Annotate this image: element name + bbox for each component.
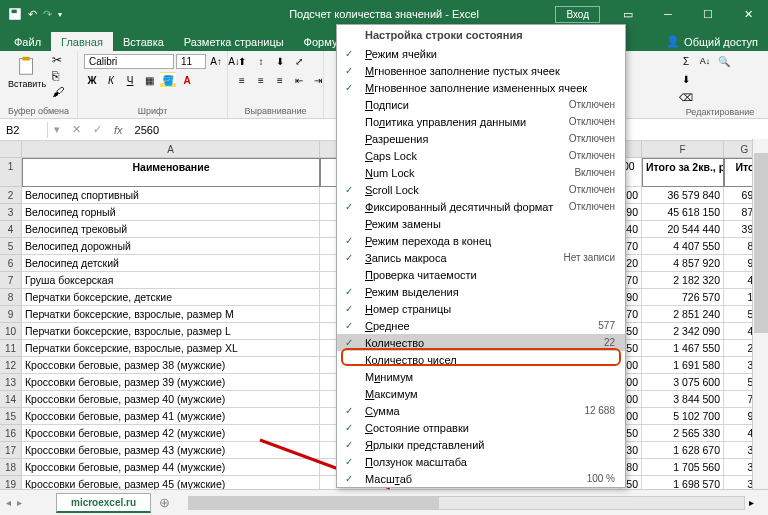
autosum-icon[interactable]: Σ bbox=[678, 53, 694, 69]
add-sheet-button[interactable]: ⊕ bbox=[151, 495, 178, 510]
row-header[interactable]: 11 bbox=[0, 340, 21, 357]
cell[interactable]: Велосипед детский bbox=[22, 255, 320, 272]
context-menu-item[interactable]: Максимум bbox=[337, 385, 625, 402]
cell[interactable]: Кроссовки беговые, размер 40 (мужские) bbox=[22, 391, 320, 408]
cut-icon[interactable]: ✂ bbox=[52, 53, 64, 67]
qat-more-icon[interactable]: ▾ bbox=[58, 10, 62, 19]
header-cell[interactable]: Итого за 2кв., руб. bbox=[642, 158, 724, 187]
row-header[interactable]: 4 bbox=[0, 221, 21, 238]
row-header[interactable]: 14 bbox=[0, 391, 21, 408]
cell[interactable]: 2 851 240 bbox=[642, 306, 724, 323]
context-menu-item[interactable]: Разрешения Отключен bbox=[337, 130, 625, 147]
context-menu-item[interactable]: ✓ Scroll Lock Отключен bbox=[337, 181, 625, 198]
sort-asc-icon[interactable]: A↓ bbox=[697, 53, 713, 69]
context-menu-item[interactable]: ✓ Количество 22 bbox=[337, 334, 625, 351]
tab-next-icon[interactable]: ▸ bbox=[17, 497, 22, 508]
cell[interactable]: 3 075 600 bbox=[642, 374, 724, 391]
cell[interactable]: 2 342 090 bbox=[642, 323, 724, 340]
tab-insert[interactable]: Вставка bbox=[113, 32, 174, 51]
cell[interactable]: Перчатки боксерские, взрослые, размер L bbox=[22, 323, 320, 340]
cell[interactable]: Велосипед горный bbox=[22, 204, 320, 221]
align-left-icon[interactable]: ≡ bbox=[234, 72, 250, 88]
cell[interactable]: Перчатки боксерские, взрослые, размер XL bbox=[22, 340, 320, 357]
redo-icon[interactable]: ↷ bbox=[43, 8, 52, 21]
cell[interactable]: 1 691 580 bbox=[642, 357, 724, 374]
share-button[interactable]: 👤Общий доступ bbox=[656, 32, 768, 51]
minimize-button[interactable]: ─ bbox=[648, 0, 688, 28]
cancel-formula-icon[interactable]: ✕ bbox=[66, 119, 87, 140]
underline-button[interactable]: Ч bbox=[122, 72, 138, 88]
cell[interactable]: Груша боксерская bbox=[22, 272, 320, 289]
maximize-button[interactable]: ☐ bbox=[688, 0, 728, 28]
indent-dec-icon[interactable]: ⇤ bbox=[291, 72, 307, 88]
context-menu-item[interactable]: ✓ Ползунок масштаба bbox=[337, 453, 625, 470]
format-painter-icon[interactable]: 🖌 bbox=[52, 85, 64, 99]
context-menu-item[interactable]: ✓ Фиксированный десятичный формат Отключ… bbox=[337, 198, 625, 215]
row-header[interactable]: 6 bbox=[0, 255, 21, 272]
context-menu-item[interactable]: ✓ Масштаб 100 % bbox=[337, 470, 625, 487]
clear-icon[interactable]: ⌫ bbox=[678, 89, 694, 105]
row-header[interactable]: 12 bbox=[0, 357, 21, 374]
name-box-dropdown[interactable]: ▾ bbox=[48, 119, 66, 140]
cell[interactable]: Кроссовки беговые, размер 38 (мужские) bbox=[22, 357, 320, 374]
cell[interactable]: 4 407 550 bbox=[642, 238, 724, 255]
cell[interactable]: 36 579 840 bbox=[642, 187, 724, 204]
select-all-corner[interactable] bbox=[0, 141, 22, 158]
row-header[interactable]: 9 bbox=[0, 306, 21, 323]
tab-layout[interactable]: Разметка страницы bbox=[174, 32, 294, 51]
context-menu-item[interactable]: Num Lock Включен bbox=[337, 164, 625, 181]
cell[interactable]: 3 844 500 bbox=[642, 391, 724, 408]
cell[interactable]: Велосипед трековый bbox=[22, 221, 320, 238]
vertical-scrollbar[interactable] bbox=[752, 139, 768, 489]
login-button[interactable]: Вход bbox=[555, 6, 600, 23]
cell[interactable]: 1 628 670 bbox=[642, 442, 724, 459]
header-cell[interactable]: Наименование bbox=[22, 158, 320, 187]
cell[interactable]: Кроссовки беговые, размер 39 (мужские) bbox=[22, 374, 320, 391]
context-menu-item[interactable]: Политика управления данными Отключен bbox=[337, 113, 625, 130]
row-header[interactable]: 17 bbox=[0, 442, 21, 459]
tab-prev-icon[interactable]: ◂ bbox=[6, 497, 11, 508]
font-name-select[interactable]: Calibri bbox=[84, 54, 174, 69]
align-mid-icon[interactable]: ↕ bbox=[253, 53, 269, 69]
find-icon[interactable]: 🔍 bbox=[716, 53, 732, 69]
row-header[interactable]: 10 bbox=[0, 323, 21, 340]
font-size-select[interactable]: 11 bbox=[176, 54, 206, 69]
context-menu-item[interactable]: Количество чисел bbox=[337, 351, 625, 368]
col-header-a[interactable]: A bbox=[22, 141, 320, 158]
scroll-right-icon[interactable]: ▸ bbox=[745, 497, 758, 508]
cell[interactable]: 1 705 560 bbox=[642, 459, 724, 476]
cell[interactable]: 4 857 920 bbox=[642, 255, 724, 272]
row-header[interactable]: 3 bbox=[0, 204, 21, 221]
context-menu-item[interactable]: Проверка читаемости bbox=[337, 266, 625, 283]
align-top-icon[interactable]: ⬆ bbox=[234, 53, 250, 69]
row-header[interactable]: 7 bbox=[0, 272, 21, 289]
align-bot-icon[interactable]: ⬇ bbox=[272, 53, 288, 69]
row-header[interactable]: 8 bbox=[0, 289, 21, 306]
row-header[interactable]: 13 bbox=[0, 374, 21, 391]
italic-button[interactable]: К bbox=[103, 72, 119, 88]
grow-font-icon[interactable]: A↑ bbox=[208, 53, 224, 69]
cell[interactable]: Кроссовки беговые, размер 41 (мужские) bbox=[22, 408, 320, 425]
save-icon[interactable] bbox=[8, 7, 22, 21]
undo-icon[interactable]: ↶ bbox=[28, 8, 37, 21]
cell[interactable]: Велосипед дорожный bbox=[22, 238, 320, 255]
row-header[interactable]: 15 bbox=[0, 408, 21, 425]
cell[interactable]: 1 467 550 bbox=[642, 340, 724, 357]
context-menu-item[interactable]: ✓ Режим ячейки bbox=[337, 45, 625, 62]
fx-icon[interactable]: fx bbox=[108, 124, 129, 136]
close-button[interactable]: ✕ bbox=[728, 0, 768, 28]
align-center-icon[interactable]: ≡ bbox=[253, 72, 269, 88]
fill-icon[interactable]: ⬇ bbox=[678, 71, 694, 87]
context-menu-item[interactable]: ✓ Ярлыки представлений bbox=[337, 436, 625, 453]
cell[interactable]: Велосипед спортивный bbox=[22, 187, 320, 204]
row-header[interactable]: 16 bbox=[0, 425, 21, 442]
cell[interactable]: Перчатки боксерские, детские bbox=[22, 289, 320, 306]
orientation-icon[interactable]: ⤢ bbox=[291, 53, 307, 69]
cell[interactable]: 5 102 700 bbox=[642, 408, 724, 425]
context-menu-item[interactable]: ✓ Состояние отправки bbox=[337, 419, 625, 436]
context-menu-item[interactable]: ✓ Режим выделения bbox=[337, 283, 625, 300]
context-menu-item[interactable]: ✓ Режим перехода в конец bbox=[337, 232, 625, 249]
cell[interactable]: 2 565 330 bbox=[642, 425, 724, 442]
align-right-icon[interactable]: ≡ bbox=[272, 72, 288, 88]
context-menu-item[interactable]: Минимум bbox=[337, 368, 625, 385]
